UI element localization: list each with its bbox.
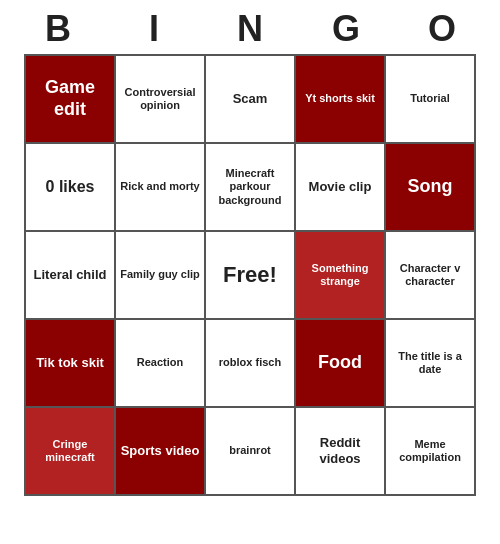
- header-b: B: [14, 8, 102, 50]
- cell-16: Reaction: [116, 320, 204, 406]
- cell-6: Rick and morty: [116, 144, 204, 230]
- cell-22: brainrot: [206, 408, 294, 494]
- cell-4: Tutorial: [386, 56, 474, 142]
- header-o: O: [398, 8, 486, 50]
- cell-21: Sports video: [116, 408, 204, 494]
- cell-10: Literal child: [26, 232, 114, 318]
- cell-5: 0 likes: [26, 144, 114, 230]
- cell-17: roblox fisch: [206, 320, 294, 406]
- cell-24: Meme compilation: [386, 408, 474, 494]
- bingo-grid: Game editControversial opinionScamYt sho…: [24, 54, 476, 496]
- cell-13: Something strange: [296, 232, 384, 318]
- header-g: G: [302, 8, 390, 50]
- bingo-header: B I N G O: [10, 0, 490, 54]
- cell-2: Scam: [206, 56, 294, 142]
- cell-1: Controversial opinion: [116, 56, 204, 142]
- cell-9: Song: [386, 144, 474, 230]
- cell-7: Minecraft parkour background: [206, 144, 294, 230]
- cell-11: Family guy clip: [116, 232, 204, 318]
- header-i: I: [110, 8, 198, 50]
- cell-18: Food: [296, 320, 384, 406]
- cell-14: Character v character: [386, 232, 474, 318]
- cell-23: Reddit videos: [296, 408, 384, 494]
- cell-12: Free!: [206, 232, 294, 318]
- header-n: N: [206, 8, 294, 50]
- cell-15: Tik tok skit: [26, 320, 114, 406]
- cell-0: Game edit: [26, 56, 114, 142]
- cell-8: Movie clip: [296, 144, 384, 230]
- cell-3: Yt shorts skit: [296, 56, 384, 142]
- cell-19: The title is a date: [386, 320, 474, 406]
- cell-20: Cringe minecraft: [26, 408, 114, 494]
